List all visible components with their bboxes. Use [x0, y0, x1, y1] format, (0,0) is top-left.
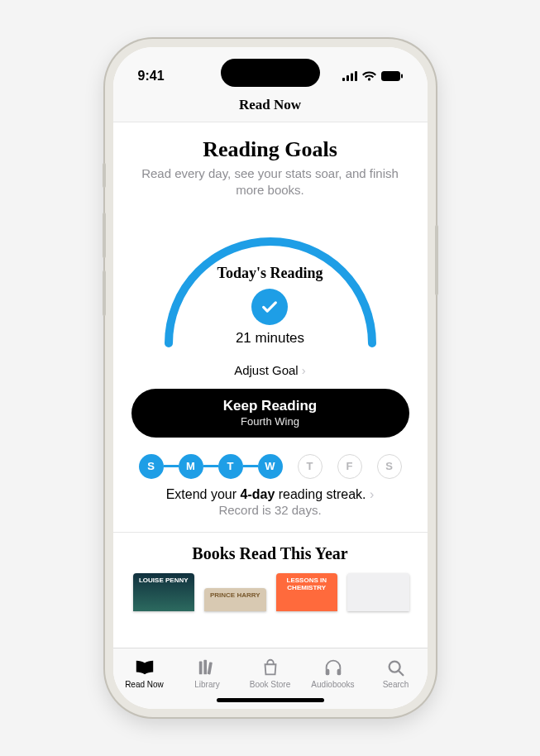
bag-icon	[260, 658, 281, 677]
reading-goals-subtitle: Read every day, see your stats soar, and…	[131, 165, 409, 199]
status-time: 9:41	[138, 69, 165, 84]
book-cover[interactable]: LOUISE PENNY	[133, 573, 195, 611]
wifi-icon	[362, 71, 376, 81]
chevron-right-icon: ›	[302, 363, 306, 377]
svg-rect-0	[342, 78, 345, 81]
reading-progress-arc: Today's Reading 21 minutes	[151, 211, 390, 352]
tab-book-store[interactable]: Book Store	[239, 648, 302, 697]
cellular-icon	[342, 71, 357, 81]
book-cover[interactable]: LESSONS IN CHEMISTRY	[276, 573, 338, 611]
dynamic-island	[221, 59, 320, 87]
tab-read-now[interactable]: Read Now	[113, 648, 176, 697]
side-button	[103, 163, 106, 188]
streak-day: S	[139, 454, 164, 479]
svg-rect-10	[337, 668, 341, 674]
phone-frame: 9:41 Read Now Reading Goals Read every d…	[105, 39, 436, 717]
adjust-goal-button[interactable]: Adjust Goal ›	[131, 363, 409, 377]
svg-line-12	[398, 670, 403, 675]
headphones-icon	[323, 658, 344, 677]
svg-rect-1	[346, 75, 349, 81]
streak-day: W	[258, 454, 283, 479]
streak-day: F	[337, 454, 362, 479]
books-read-title: Books Read This Year	[131, 544, 409, 563]
svg-rect-3	[355, 71, 357, 81]
svg-rect-8	[207, 662, 212, 674]
streak-record: Record is 32 days.	[131, 503, 409, 517]
book-cover[interactable]	[347, 573, 409, 611]
side-button	[103, 270, 106, 316]
side-button	[103, 213, 106, 258]
library-icon	[197, 658, 218, 677]
reading-goals-title: Reading Goals	[131, 137, 409, 162]
nav-title: Read Now	[113, 92, 428, 122]
battery-icon	[381, 71, 403, 81]
tab-library[interactable]: Library	[176, 648, 239, 697]
tab-search[interactable]: Search	[365, 648, 428, 697]
today-reading-label: Today's Reading	[217, 265, 323, 282]
streak-days-row: S M T W T F S	[131, 454, 409, 479]
search-icon	[385, 658, 407, 677]
svg-rect-9	[325, 668, 329, 674]
tab-audiobooks[interactable]: Audiobooks	[302, 648, 365, 697]
svg-rect-4	[381, 71, 400, 81]
svg-rect-2	[351, 74, 353, 82]
minutes-read: 21 minutes	[217, 330, 323, 347]
book-cover[interactable]: PRINCE HARRY	[204, 588, 266, 611]
svg-rect-7	[203, 659, 207, 674]
book-open-icon	[134, 658, 155, 677]
streak-day: T	[298, 454, 323, 479]
chevron-right-icon: ›	[366, 487, 375, 501]
extend-streak-button[interactable]: Extend your 4-day reading streak. ›	[131, 487, 409, 502]
svg-rect-5	[401, 74, 403, 79]
streak-day: S	[377, 454, 402, 479]
keep-reading-button[interactable]: Keep Reading Fourth Wing	[131, 389, 409, 438]
side-button	[435, 225, 438, 295]
streak-day: T	[218, 454, 243, 479]
divider	[113, 532, 428, 533]
book-covers-row[interactable]: LOUISE PENNY PRINCE HARRY LESSONS IN CHE…	[131, 573, 409, 611]
streak-day: M	[179, 454, 203, 479]
svg-rect-6	[198, 661, 202, 674]
goal-complete-checkmark-icon	[251, 289, 288, 325]
home-indicator[interactable]	[217, 698, 324, 702]
